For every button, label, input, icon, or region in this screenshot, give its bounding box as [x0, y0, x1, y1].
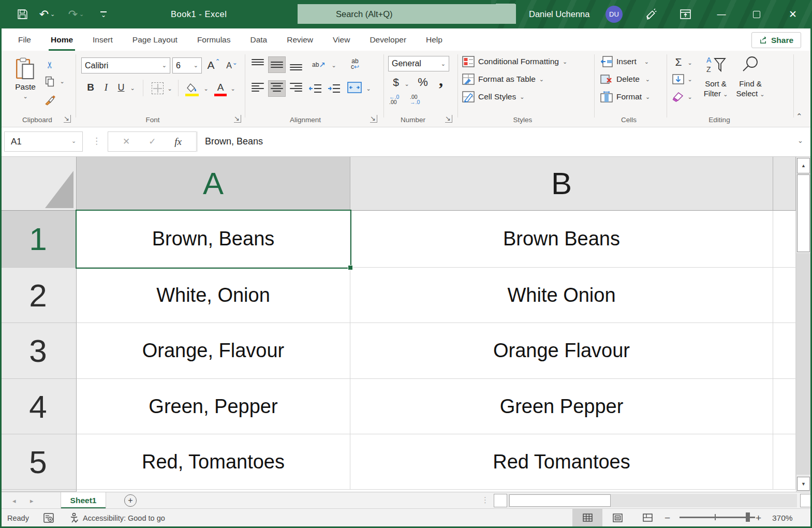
format-as-table-button[interactable]: Format as Table ⌄	[462, 74, 544, 85]
percent-style-button[interactable]: %	[415, 75, 431, 90]
find-select-button[interactable]	[735, 54, 767, 76]
cell-a3[interactable]: Orange, Flavour	[77, 323, 350, 379]
tab-file[interactable]: File	[8, 28, 41, 51]
sort-filter-button[interactable]: A Z	[700, 54, 732, 76]
undo-menu-chevron[interactable]: ⌄	[50, 11, 55, 18]
font-name-select[interactable]: Calibri ⌄	[81, 57, 170, 74]
cell-c1-partial[interactable]	[773, 211, 796, 268]
fill-color-button[interactable]	[184, 80, 200, 96]
copy-button[interactable]	[42, 75, 57, 88]
tab-formulas[interactable]: Formulas	[187, 28, 241, 51]
top-align-button[interactable]	[249, 57, 266, 72]
tab-bar-resize-handle[interactable]: ⋮	[481, 495, 489, 505]
page-break-preview-button[interactable]	[632, 509, 662, 526]
orientation-menu-chevron[interactable]: ⌄	[330, 59, 337, 71]
sort-filter-label[interactable]: Sort & Filter ⌄	[699, 79, 733, 99]
cancel-entry-button[interactable]: ✕	[123, 136, 130, 147]
conditional-formatting-button[interactable]: Conditional Formatting ⌄	[462, 56, 567, 67]
zoom-out-button[interactable]: −	[665, 509, 670, 527]
format-cells-button[interactable]: Format ⌄	[600, 91, 650, 102]
collapse-ribbon-button[interactable]: ⌃	[796, 112, 803, 121]
fill-menu-chevron[interactable]: ⌄	[686, 74, 693, 85]
sheet-tab-sheet1[interactable]: Sheet1	[61, 492, 106, 509]
tab-view[interactable]: View	[323, 28, 360, 51]
column-header-c-partial[interactable]	[773, 157, 796, 211]
customize-quick-access-toolbar-button[interactable]: ⌄	[94, 0, 113, 28]
minimize-button[interactable]: —	[707, 0, 736, 28]
column-header-a[interactable]: A	[77, 157, 350, 211]
vertical-scrollbar-thumb[interactable]	[797, 174, 810, 252]
cell-a1[interactable]: Brown, Beans	[77, 211, 350, 268]
row-header-4[interactable]: 4	[0, 379, 77, 434]
increase-indent-button[interactable]	[326, 82, 342, 95]
cell-styles-button[interactable]: Cell Styles ⌄	[462, 91, 524, 102]
tab-home[interactable]: Home	[41, 28, 83, 51]
font-color-button[interactable]: A	[213, 79, 228, 96]
number-dialog-launcher[interactable]: ↘	[445, 115, 452, 123]
name-box-chevron[interactable]: ⌄	[71, 138, 76, 144]
accessibility-status[interactable]: Accessibility: Good to go	[83, 509, 165, 527]
copy-menu-chevron[interactable]: ⌄	[58, 76, 66, 87]
font-color-menu-chevron[interactable]: ⌄	[229, 82, 237, 95]
user-name[interactable]: Daniel Uchenna	[529, 0, 589, 28]
orientation-button[interactable]: ab ↗	[308, 57, 329, 72]
decrease-font-size-button[interactable]: A⌄	[224, 58, 240, 74]
cell-c2-partial[interactable]	[773, 268, 796, 323]
clear-button[interactable]	[671, 89, 685, 104]
row-header-1[interactable]: 1	[0, 211, 77, 268]
middle-align-button[interactable]	[269, 57, 285, 72]
insert-function-button[interactable]: fx	[174, 136, 182, 148]
paste-button[interactable]: Paste ⌄	[9, 54, 41, 114]
close-button[interactable]: ✕	[778, 0, 807, 28]
decrease-indent-button[interactable]	[307, 82, 323, 95]
bold-button[interactable]: B	[84, 80, 97, 95]
align-left-button[interactable]	[249, 81, 266, 96]
save-button[interactable]	[11, 0, 33, 28]
clear-menu-chevron[interactable]: ⌄	[686, 91, 693, 102]
horizontal-scrollbar-thumb[interactable]	[509, 494, 611, 507]
font-dialog-launcher[interactable]: ↘	[234, 115, 241, 123]
decrease-decimal-button[interactable]: .00→.0	[410, 94, 420, 105]
merge-menu-chevron[interactable]: ⌄	[364, 82, 373, 95]
zoom-in-button[interactable]: +	[756, 509, 761, 527]
previous-sheet-button[interactable]: ◂	[12, 492, 16, 509]
ribbon-display-options-button[interactable]	[673, 0, 698, 28]
redo-button[interactable]: ↷ ⌄	[64, 0, 88, 28]
cell-a2[interactable]: White, Onion	[77, 268, 350, 323]
expand-formula-bar-button[interactable]: ⌄	[798, 137, 803, 144]
borders-button[interactable]	[150, 81, 165, 95]
number-format-select[interactable]: General ⌄	[388, 56, 449, 71]
cell-c3-partial[interactable]	[773, 323, 796, 379]
alignment-dialog-launcher[interactable]: ↘	[370, 115, 377, 123]
cell-a4[interactable]: Green, Pepper	[77, 379, 350, 434]
column-header-b[interactable]: B	[350, 157, 773, 211]
undo-button[interactable]: ↶ ⌄	[35, 0, 59, 28]
page-layout-view-button[interactable]	[602, 509, 632, 526]
scroll-right-button[interactable]	[800, 494, 811, 507]
cell-c4-partial[interactable]	[773, 379, 796, 434]
accessibility-button[interactable]	[69, 509, 79, 527]
row-header-5[interactable]: 5	[0, 434, 77, 490]
normal-view-button[interactable]	[572, 509, 602, 526]
find-select-label[interactable]: Find & Select ⌄	[733, 79, 767, 99]
fill-handle[interactable]	[348, 265, 353, 270]
zoom-level[interactable]: 370%	[772, 509, 793, 527]
cell-b1[interactable]: Brown Beans	[350, 211, 773, 268]
italic-button[interactable]: I	[100, 80, 112, 95]
autosum-menu-chevron[interactable]: ⌄	[686, 57, 693, 68]
row-header-2[interactable]: 2	[0, 268, 77, 323]
tab-review[interactable]: Review	[277, 28, 323, 51]
avatar[interactable]: DU	[606, 6, 623, 23]
accounting-menu-chevron[interactable]: ⌄	[403, 78, 410, 90]
share-button[interactable]: Share	[751, 32, 801, 48]
formula-bar-resize-handle[interactable]: ⋮	[92, 136, 101, 146]
cell-a5[interactable]: Red, Tomantoes	[77, 434, 350, 490]
insert-cells-button[interactable]: Insert ⌄	[600, 56, 649, 67]
coming-soon-button[interactable]	[640, 0, 662, 28]
scroll-down-button[interactable]: ▼	[797, 477, 810, 491]
zoom-slider-track[interactable]	[680, 517, 755, 518]
maximize-button[interactable]	[742, 0, 771, 28]
center-button[interactable]	[269, 81, 285, 96]
cell-b4[interactable]: Green Pepper	[350, 379, 773, 434]
align-right-button[interactable]	[288, 81, 304, 96]
